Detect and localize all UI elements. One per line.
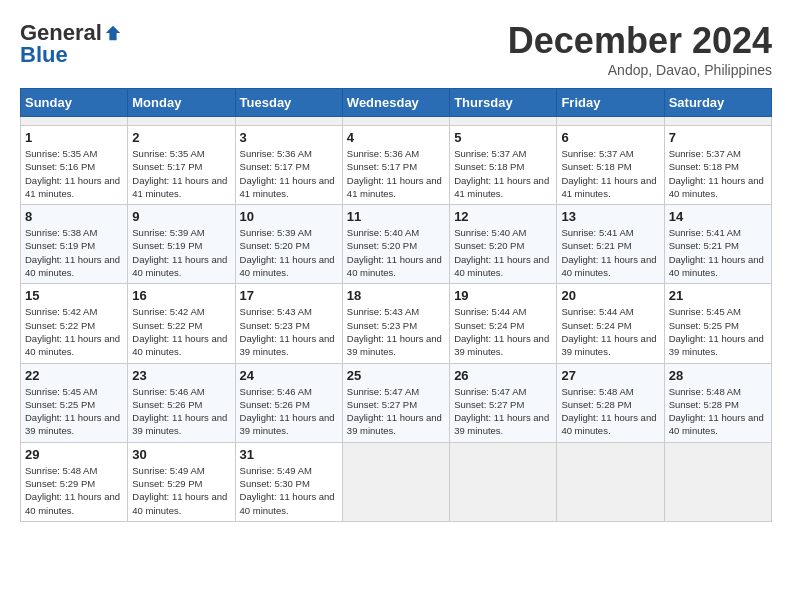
day-info: Sunrise: 5:44 AMSunset: 5:24 PMDaylight:…	[561, 306, 656, 357]
day-number: 20	[561, 288, 659, 303]
day-number: 19	[454, 288, 552, 303]
header-saturday: Saturday	[664, 89, 771, 117]
calendar-cell: 11 Sunrise: 5:40 AMSunset: 5:20 PMDaylig…	[342, 205, 449, 284]
header-tuesday: Tuesday	[235, 89, 342, 117]
calendar-cell: 24 Sunrise: 5:46 AMSunset: 5:26 PMDaylig…	[235, 363, 342, 442]
day-number: 3	[240, 130, 338, 145]
day-number: 7	[669, 130, 767, 145]
calendar-cell	[342, 117, 449, 126]
calendar-cell: 10 Sunrise: 5:39 AMSunset: 5:20 PMDaylig…	[235, 205, 342, 284]
day-info: Sunrise: 5:49 AMSunset: 5:29 PMDaylight:…	[132, 465, 227, 516]
day-info: Sunrise: 5:42 AMSunset: 5:22 PMDaylight:…	[25, 306, 120, 357]
calendar-header: Sunday Monday Tuesday Wednesday Thursday…	[21, 89, 772, 117]
day-info: Sunrise: 5:37 AMSunset: 5:18 PMDaylight:…	[561, 148, 656, 199]
day-info: Sunrise: 5:35 AMSunset: 5:16 PMDaylight:…	[25, 148, 120, 199]
day-info: Sunrise: 5:40 AMSunset: 5:20 PMDaylight:…	[347, 227, 442, 278]
day-number: 27	[561, 368, 659, 383]
day-number: 30	[132, 447, 230, 462]
calendar-cell: 21 Sunrise: 5:45 AMSunset: 5:25 PMDaylig…	[664, 284, 771, 363]
day-info: Sunrise: 5:47 AMSunset: 5:27 PMDaylight:…	[347, 386, 442, 437]
day-info: Sunrise: 5:36 AMSunset: 5:17 PMDaylight:…	[347, 148, 442, 199]
calendar-cell	[664, 442, 771, 521]
calendar-cell: 25 Sunrise: 5:47 AMSunset: 5:27 PMDaylig…	[342, 363, 449, 442]
calendar-table: Sunday Monday Tuesday Wednesday Thursday…	[20, 88, 772, 522]
day-info: Sunrise: 5:47 AMSunset: 5:27 PMDaylight:…	[454, 386, 549, 437]
day-number: 6	[561, 130, 659, 145]
logo-icon	[104, 24, 122, 42]
calendar-cell: 7 Sunrise: 5:37 AMSunset: 5:18 PMDayligh…	[664, 126, 771, 205]
day-info: Sunrise: 5:40 AMSunset: 5:20 PMDaylight:…	[454, 227, 549, 278]
calendar-cell	[557, 442, 664, 521]
calendar-cell: 14 Sunrise: 5:41 AMSunset: 5:21 PMDaylig…	[664, 205, 771, 284]
day-info: Sunrise: 5:39 AMSunset: 5:19 PMDaylight:…	[132, 227, 227, 278]
calendar-week-1: 1 Sunrise: 5:35 AMSunset: 5:16 PMDayligh…	[21, 126, 772, 205]
calendar-cell: 17 Sunrise: 5:43 AMSunset: 5:23 PMDaylig…	[235, 284, 342, 363]
calendar-cell: 5 Sunrise: 5:37 AMSunset: 5:18 PMDayligh…	[450, 126, 557, 205]
calendar-cell: 18 Sunrise: 5:43 AMSunset: 5:23 PMDaylig…	[342, 284, 449, 363]
day-info: Sunrise: 5:48 AMSunset: 5:29 PMDaylight:…	[25, 465, 120, 516]
calendar-cell	[450, 442, 557, 521]
day-info: Sunrise: 5:43 AMSunset: 5:23 PMDaylight:…	[347, 306, 442, 357]
day-number: 31	[240, 447, 338, 462]
calendar-week-0	[21, 117, 772, 126]
day-info: Sunrise: 5:39 AMSunset: 5:20 PMDaylight:…	[240, 227, 335, 278]
calendar-cell: 8 Sunrise: 5:38 AMSunset: 5:19 PMDayligh…	[21, 205, 128, 284]
day-number: 4	[347, 130, 445, 145]
calendar-cell: 23 Sunrise: 5:46 AMSunset: 5:26 PMDaylig…	[128, 363, 235, 442]
day-number: 1	[25, 130, 123, 145]
header-row: Sunday Monday Tuesday Wednesday Thursday…	[21, 89, 772, 117]
calendar-cell: 19 Sunrise: 5:44 AMSunset: 5:24 PMDaylig…	[450, 284, 557, 363]
calendar-cell	[450, 117, 557, 126]
calendar-week-4: 22 Sunrise: 5:45 AMSunset: 5:25 PMDaylig…	[21, 363, 772, 442]
calendar-cell	[342, 442, 449, 521]
calendar-cell: 9 Sunrise: 5:39 AMSunset: 5:19 PMDayligh…	[128, 205, 235, 284]
calendar-cell	[664, 117, 771, 126]
day-info: Sunrise: 5:45 AMSunset: 5:25 PMDaylight:…	[25, 386, 120, 437]
calendar-cell: 4 Sunrise: 5:36 AMSunset: 5:17 PMDayligh…	[342, 126, 449, 205]
day-info: Sunrise: 5:38 AMSunset: 5:19 PMDaylight:…	[25, 227, 120, 278]
title-area: December 2024 Andop, Davao, Philippines	[508, 20, 772, 78]
calendar-cell: 13 Sunrise: 5:41 AMSunset: 5:21 PMDaylig…	[557, 205, 664, 284]
header-thursday: Thursday	[450, 89, 557, 117]
day-number: 25	[347, 368, 445, 383]
day-info: Sunrise: 5:48 AMSunset: 5:28 PMDaylight:…	[561, 386, 656, 437]
day-number: 10	[240, 209, 338, 224]
day-number: 21	[669, 288, 767, 303]
calendar-cell: 26 Sunrise: 5:47 AMSunset: 5:27 PMDaylig…	[450, 363, 557, 442]
calendar-cell: 20 Sunrise: 5:44 AMSunset: 5:24 PMDaylig…	[557, 284, 664, 363]
day-info: Sunrise: 5:45 AMSunset: 5:25 PMDaylight:…	[669, 306, 764, 357]
month-title: December 2024	[508, 20, 772, 62]
calendar-week-2: 8 Sunrise: 5:38 AMSunset: 5:19 PMDayligh…	[21, 205, 772, 284]
day-number: 23	[132, 368, 230, 383]
day-info: Sunrise: 5:37 AMSunset: 5:18 PMDaylight:…	[454, 148, 549, 199]
header-friday: Friday	[557, 89, 664, 117]
calendar-cell: 28 Sunrise: 5:48 AMSunset: 5:28 PMDaylig…	[664, 363, 771, 442]
day-number: 9	[132, 209, 230, 224]
calendar-cell: 31 Sunrise: 5:49 AMSunset: 5:30 PMDaylig…	[235, 442, 342, 521]
day-info: Sunrise: 5:44 AMSunset: 5:24 PMDaylight:…	[454, 306, 549, 357]
day-number: 13	[561, 209, 659, 224]
calendar-cell: 22 Sunrise: 5:45 AMSunset: 5:25 PMDaylig…	[21, 363, 128, 442]
calendar-cell: 3 Sunrise: 5:36 AMSunset: 5:17 PMDayligh…	[235, 126, 342, 205]
calendar-cell: 2 Sunrise: 5:35 AMSunset: 5:17 PMDayligh…	[128, 126, 235, 205]
calendar-cell	[128, 117, 235, 126]
calendar-cell: 16 Sunrise: 5:42 AMSunset: 5:22 PMDaylig…	[128, 284, 235, 363]
calendar-cell: 29 Sunrise: 5:48 AMSunset: 5:29 PMDaylig…	[21, 442, 128, 521]
header-wednesday: Wednesday	[342, 89, 449, 117]
calendar-cell: 6 Sunrise: 5:37 AMSunset: 5:18 PMDayligh…	[557, 126, 664, 205]
day-number: 11	[347, 209, 445, 224]
calendar-cell: 1 Sunrise: 5:35 AMSunset: 5:16 PMDayligh…	[21, 126, 128, 205]
calendar-body: 1 Sunrise: 5:35 AMSunset: 5:16 PMDayligh…	[21, 117, 772, 522]
day-number: 8	[25, 209, 123, 224]
calendar-cell: 12 Sunrise: 5:40 AMSunset: 5:20 PMDaylig…	[450, 205, 557, 284]
day-info: Sunrise: 5:42 AMSunset: 5:22 PMDaylight:…	[132, 306, 227, 357]
logo: General Blue	[20, 20, 122, 68]
day-info: Sunrise: 5:41 AMSunset: 5:21 PMDaylight:…	[561, 227, 656, 278]
day-info: Sunrise: 5:37 AMSunset: 5:18 PMDaylight:…	[669, 148, 764, 199]
day-number: 12	[454, 209, 552, 224]
calendar-cell: 27 Sunrise: 5:48 AMSunset: 5:28 PMDaylig…	[557, 363, 664, 442]
calendar-week-5: 29 Sunrise: 5:48 AMSunset: 5:29 PMDaylig…	[21, 442, 772, 521]
svg-marker-0	[106, 26, 120, 40]
day-number: 14	[669, 209, 767, 224]
calendar-cell: 15 Sunrise: 5:42 AMSunset: 5:22 PMDaylig…	[21, 284, 128, 363]
